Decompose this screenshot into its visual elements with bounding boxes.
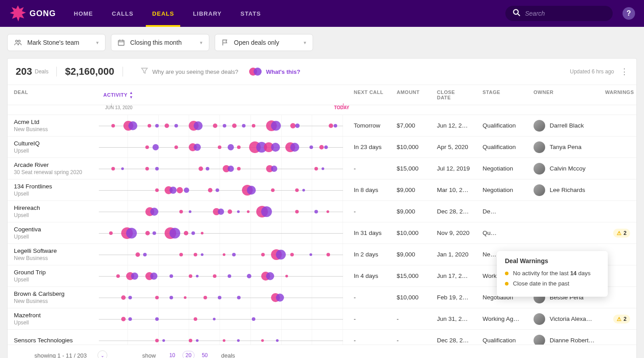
activity-bubble[interactable] <box>153 144 159 150</box>
table-row[interactable]: Sensors Technologies--Dec 28, 2020Qualif… <box>8 330 636 345</box>
activity-bubble[interactable] <box>194 144 201 151</box>
search-box[interactable] <box>505 6 613 21</box>
activity-bubble[interactable] <box>155 124 159 128</box>
activity-bubble[interactable] <box>213 124 217 128</box>
why-link[interactable]: Why are you seeing these deals? <box>153 68 238 75</box>
warning-badge[interactable]: ⚠2 <box>613 315 630 324</box>
activity-bubble[interactable] <box>295 188 299 192</box>
filter-team[interactable]: Mark Stone's team ▾ <box>7 34 106 51</box>
activity-bubble[interactable] <box>314 167 318 170</box>
activity-bubble[interactable] <box>237 296 241 299</box>
activity-bubble[interactable] <box>314 210 318 213</box>
activity-bubble[interactable] <box>165 124 169 128</box>
expand-button[interactable]: ⌄ <box>97 350 107 358</box>
col-owner[interactable]: OWNER <box>527 85 599 105</box>
activity-bubble[interactable] <box>326 253 330 256</box>
page-size-10[interactable]: 10 <box>166 351 178 358</box>
activity-bubble[interactable] <box>261 253 265 256</box>
activity-bubble[interactable] <box>223 124 226 128</box>
activity-bubble[interactable] <box>276 339 279 342</box>
activity-bubble[interactable] <box>179 253 183 256</box>
nav-calls[interactable]: CALLS <box>112 0 133 27</box>
activity-bubble[interactable] <box>218 209 224 215</box>
table-row[interactable]: HirereachUpsell-$9,000Dec 28, 2020De… <box>8 201 636 222</box>
activity-bubble[interactable] <box>155 167 159 170</box>
activity-bubble[interactable] <box>174 124 178 128</box>
activity-bubble[interactable] <box>276 294 284 302</box>
activity-bubble[interactable] <box>131 273 138 280</box>
activity-bubble[interactable] <box>189 210 191 213</box>
col-activity[interactable]: ACTIVITY▴▾ <box>97 85 347 105</box>
col-warnings[interactable]: WARNINGS <box>599 85 636 105</box>
activity-bubble[interactable] <box>145 167 149 170</box>
activity-bubble[interactable] <box>223 339 225 342</box>
activity-bubble[interactable] <box>329 124 333 128</box>
activity-bubble[interactable] <box>179 210 183 213</box>
activity-bubble[interactable] <box>271 143 280 152</box>
activity-bubble[interactable] <box>232 124 237 128</box>
search-input[interactable] <box>525 10 606 17</box>
activity-bubble[interactable] <box>136 252 140 257</box>
activity-bubble[interactable] <box>189 274 192 278</box>
activity-bubble[interactable] <box>218 145 221 149</box>
activity-bubble[interactable] <box>218 296 221 299</box>
activity-bubble[interactable] <box>261 339 264 342</box>
activity-bubble[interactable] <box>237 167 241 170</box>
page-size-50[interactable]: 50 <box>199 351 210 358</box>
activity-bubble[interactable] <box>121 295 126 300</box>
activity-bubble[interactable] <box>213 318 216 320</box>
activity-bubble[interactable] <box>126 228 137 239</box>
activity-bubble[interactable] <box>184 188 189 193</box>
table-row[interactable]: Arcade River30 Seat renewal spring 2020-… <box>8 158 636 179</box>
activity-bubble[interactable] <box>121 167 124 170</box>
activity-bubble[interactable] <box>319 145 324 149</box>
activity-bubble[interactable] <box>150 208 158 216</box>
activity-bubble[interactable] <box>116 274 120 278</box>
activity-bubble[interactable] <box>247 274 251 278</box>
activity-bubble[interactable] <box>201 253 203 256</box>
activity-bubble[interactable] <box>162 339 165 342</box>
activity-bubble[interactable] <box>177 187 183 193</box>
activity-bubble[interactable] <box>128 121 137 130</box>
col-amount[interactable]: AMOUNT <box>390 85 431 105</box>
activity-bubble[interactable] <box>334 124 337 128</box>
nav-home[interactable]: HOME <box>74 0 93 27</box>
activity-bubble[interactable] <box>189 339 192 342</box>
table-row[interactable]: CogentivaUpsellIn 31 days$10,000Nov 9, 2… <box>8 222 636 244</box>
activity-bubble[interactable] <box>247 210 250 213</box>
activity-bubble[interactable] <box>174 145 178 149</box>
activity-bubble[interactable] <box>309 145 313 149</box>
activity-bubble[interactable] <box>252 124 255 128</box>
activity-bubble[interactable] <box>145 231 150 235</box>
table-row[interactable]: MazefrontUpsell--Jun 31, 2020Working Agr… <box>8 308 636 330</box>
nav-stats[interactable]: STATS <box>241 0 261 27</box>
nav-library[interactable]: LIBRARY <box>193 0 221 27</box>
filter-closing[interactable]: Closing this month ▾ <box>111 34 209 51</box>
activity-bubble[interactable] <box>228 274 231 278</box>
activity-bubble[interactable] <box>145 145 149 149</box>
activity-bubble[interactable] <box>237 210 240 213</box>
activity-bubble[interactable] <box>155 188 159 192</box>
activity-bubble[interactable] <box>169 187 177 194</box>
activity-bubble[interactable] <box>252 317 255 321</box>
activity-bubble[interactable] <box>109 231 113 235</box>
activity-bubble[interactable] <box>290 143 299 152</box>
activity-bubble[interactable] <box>150 273 157 280</box>
activity-bubble[interactable] <box>194 253 197 256</box>
activity-bubble[interactable] <box>128 296 132 299</box>
activity-bubble[interactable] <box>242 124 246 128</box>
activity-bubble[interactable] <box>121 317 126 321</box>
activity-bubble[interactable] <box>194 317 197 321</box>
activity-bubble[interactable] <box>232 253 236 256</box>
activity-bubble[interactable] <box>184 231 188 235</box>
activity-bubble[interactable] <box>184 296 186 299</box>
activity-bubble[interactable] <box>295 210 299 213</box>
activity-bubble[interactable] <box>199 166 203 171</box>
activity-bubble[interactable] <box>155 317 159 321</box>
activity-bubble[interactable] <box>143 253 147 256</box>
filter-status[interactable]: Open deals only ▾ <box>215 34 313 51</box>
activity-bubble[interactable] <box>309 253 312 256</box>
more-menu-icon[interactable]: ⋮ <box>620 68 628 76</box>
col-stage[interactable]: STAGE <box>476 85 527 105</box>
table-row[interactable]: Acme LtdNew BusinessTomorrow$7,000Jun 12… <box>8 115 636 136</box>
